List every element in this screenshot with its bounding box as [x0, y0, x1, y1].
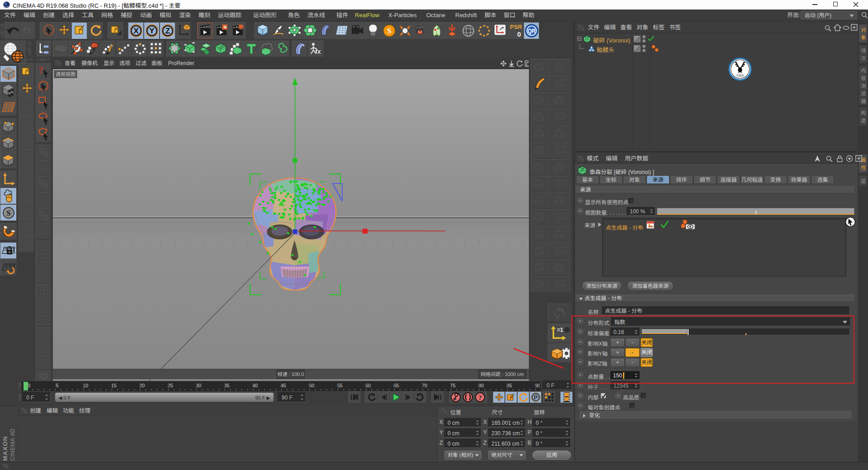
- svg-text:P: P: [534, 394, 538, 401]
- svg-text:Z: Z: [165, 27, 170, 35]
- svg-text:S: S: [7, 209, 11, 217]
- svg-text:fx: fx: [315, 48, 321, 55]
- svg-text:S: S: [387, 27, 391, 35]
- svg-text:=1: =1: [557, 327, 563, 333]
- svg-text:QR: QR: [528, 28, 536, 34]
- svg-text:?: ?: [38, 64, 43, 75]
- svg-text:Y: Y: [149, 27, 155, 35]
- svg-text:PSR: PSR: [510, 24, 522, 30]
- svg-text:5: 5: [56, 383, 58, 388]
- svg-text:X: X: [133, 27, 139, 35]
- svg-text:CINEMA 4D: CINEMA 4D: [9, 428, 16, 461]
- svg-text:?: ?: [478, 394, 482, 401]
- svg-text:MAXON: MAXON: [2, 436, 9, 461]
- svg-text:0: 0: [517, 30, 521, 38]
- svg-text:C4: C4: [24, 29, 29, 34]
- svg-text:行鹿者: 行鹿者: [736, 74, 744, 77]
